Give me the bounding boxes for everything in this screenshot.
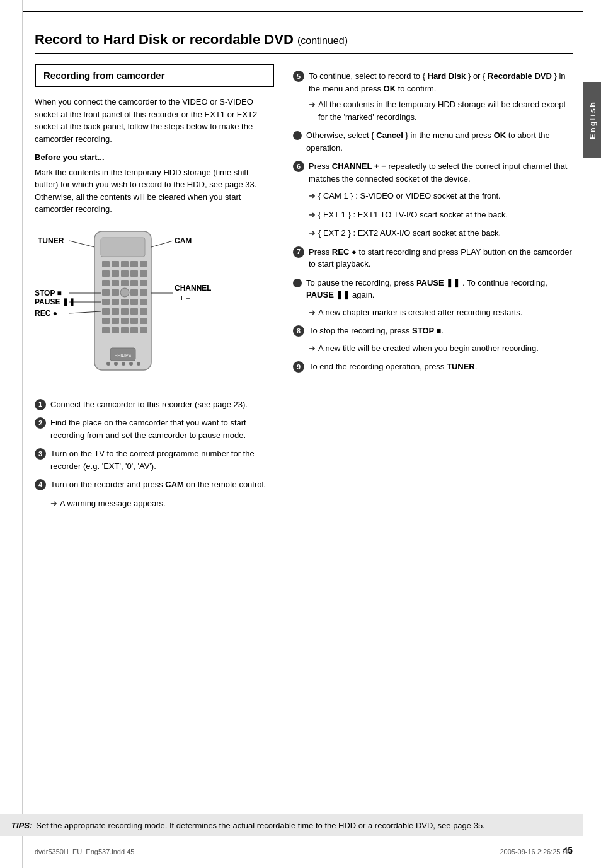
arrow-icon: ➜: [309, 306, 316, 319]
intro-text: When you connect the camcorder to the VI…: [35, 96, 274, 145]
svg-rect-15: [130, 280, 138, 286]
svg-rect-24: [121, 299, 129, 305]
step-number: 9: [293, 361, 304, 373]
arrow-text: { CAM 1 } : S-VIDEO or VIDEO socket at t…: [318, 190, 573, 202]
svg-text:PHILIPS: PHILIPS: [115, 353, 132, 357]
svg-rect-14: [121, 280, 129, 286]
step-text: Find the place on the camcorder that you…: [50, 417, 274, 441]
step-text: To stop the recording, press STOP ■.: [309, 325, 573, 337]
step-text: Press CHANNEL + − repeatedly to select t…: [309, 160, 573, 185]
svg-rect-21: [140, 289, 147, 296]
bottom-border: [22, 860, 583, 860]
language-tab: English: [583, 82, 601, 158]
svg-rect-35: [130, 318, 138, 324]
arrow-text: All the contents in the temporary HDD st…: [318, 98, 573, 123]
list-item-arrow: ➜ A new chapter marker is created after …: [293, 306, 573, 319]
svg-rect-31: [140, 308, 147, 315]
svg-text:STOP ■: STOP ■: [35, 289, 62, 298]
left-column: Recording from camcorder When you connec…: [35, 64, 274, 516]
page-title: Record to Hard Disk or recordable DVD (c…: [35, 32, 573, 54]
step-text: Connect the camcorder to this recorder (…: [50, 398, 274, 411]
svg-text:TUNER: TUNER: [38, 236, 64, 245]
svg-line-49: [69, 241, 94, 247]
svg-point-46: [122, 362, 125, 366]
svg-rect-33: [112, 318, 119, 324]
step-number: 3: [35, 448, 46, 460]
list-item: 3 Turn on the TV to the correct programm…: [35, 448, 274, 472]
svg-rect-1: [101, 238, 145, 257]
svg-rect-25: [130, 299, 138, 305]
arrow-text: A new title will be created when you beg…: [318, 342, 573, 355]
svg-rect-6: [140, 261, 147, 267]
list-item-arrow: ➜ A new title will be created when you b…: [293, 342, 573, 355]
step-text: To continue, select to record to { Hard …: [309, 70, 573, 95]
list-item: 7 Press REC ● to start recording and pre…: [293, 246, 573, 270]
step-text: To end the recording operation, press TU…: [309, 361, 573, 373]
step-number: 4: [35, 479, 46, 490]
remote-svg: PHILIPS TUNER CAM: [35, 225, 211, 389]
right-steps-list: 5 To continue, select to record to { Har…: [293, 70, 573, 373]
list-item-arrow: ➜ { EXT 1 } : EXT1 TO TV-I/O scart socke…: [293, 209, 573, 221]
svg-text:PAUSE ❚❚: PAUSE ❚❚: [35, 298, 75, 306]
arrow-icon: ➜: [309, 209, 316, 221]
bullet-icon: [293, 131, 302, 140]
title-main: Record to Hard Disk or recordable DVD: [35, 32, 294, 47]
arrow-icon: ➜: [309, 190, 316, 202]
list-item: 2 Find the place on the camcorder that y…: [35, 417, 274, 441]
list-item-arrow: ➜ A warning message appears.: [35, 497, 274, 510]
svg-rect-30: [130, 308, 138, 315]
step-text: Press REC ● to start recording and press…: [309, 246, 573, 270]
svg-rect-26: [140, 299, 147, 305]
step-text: Turn on the recorder and press CAM on th…: [50, 478, 274, 491]
list-item: To pause the recording, press PAUSE ❚❚ .…: [293, 277, 573, 301]
arrow-icon: ➜: [309, 342, 316, 355]
svg-point-47: [129, 362, 133, 366]
svg-rect-41: [140, 327, 147, 333]
page-wrapper: English Record to Hard Disk or recordabl…: [0, 0, 601, 868]
step-number: 2: [35, 417, 46, 429]
top-border: [22, 11, 583, 12]
svg-point-19: [120, 288, 129, 297]
step-number: 8: [293, 325, 304, 337]
svg-rect-18: [112, 289, 119, 296]
svg-rect-12: [102, 280, 110, 286]
before-start-label: Before you start...: [35, 151, 274, 164]
step-number: 7: [293, 246, 304, 258]
svg-rect-40: [130, 327, 138, 333]
tips-box: TIPS: Set the appropriate recording mode…: [0, 814, 583, 836]
tips-label: TIPS:: [11, 821, 32, 830]
svg-rect-37: [102, 327, 110, 333]
svg-text:CAM: CAM: [175, 236, 192, 245]
left-steps-list: 1 Connect the camcorder to this recorder…: [35, 398, 274, 510]
svg-point-45: [114, 362, 118, 366]
language-label: English: [588, 101, 597, 139]
section-heading-box: Recording from camcorder: [35, 64, 274, 87]
svg-point-44: [106, 362, 110, 366]
arrow-text: { EXT 1 } : EXT1 TO TV-I/O scart socket …: [318, 209, 573, 221]
page-footer: dvdr5350H_EU_Eng537.indd 45 2005-09-16 2…: [35, 848, 573, 855]
svg-line-51: [151, 241, 173, 247]
svg-rect-22: [102, 299, 110, 305]
list-item: 6 Press CHANNEL + − repeatedly to select…: [293, 160, 573, 185]
arrow-icon: ➜: [50, 497, 57, 510]
footer-date: 2005-09-16 2:26:25 PM: [500, 848, 573, 855]
list-item-arrow: ➜ { EXT 2 } : EXT2 AUX-I/O scart socket …: [293, 227, 573, 240]
svg-rect-4: [121, 261, 129, 267]
svg-rect-17: [102, 289, 110, 296]
section-heading: Recording from camcorder: [43, 70, 265, 81]
svg-rect-13: [112, 280, 119, 286]
svg-rect-7: [102, 270, 110, 277]
svg-text:CHANNEL: CHANNEL: [175, 284, 211, 292]
step-text: Otherwise, select { Cancel } in the menu…: [306, 129, 573, 154]
svg-rect-3: [112, 261, 119, 267]
svg-text:REC ●: REC ●: [35, 309, 57, 318]
main-columns: Recording from camcorder When you connec…: [35, 64, 573, 516]
arrow-text: A new chapter marker is created after re…: [318, 306, 573, 319]
content-area: Record to Hard Disk or recordable DVD (c…: [0, 19, 601, 528]
arrow-text: A warning message appears.: [60, 497, 274, 510]
tips-text: Set the appropriate recording mode. It d…: [36, 821, 485, 830]
svg-rect-38: [112, 327, 119, 333]
left-margin: [22, 0, 23, 868]
list-item: 1 Connect the camcorder to this recorder…: [35, 398, 274, 411]
title-continued: (continued): [297, 35, 348, 46]
